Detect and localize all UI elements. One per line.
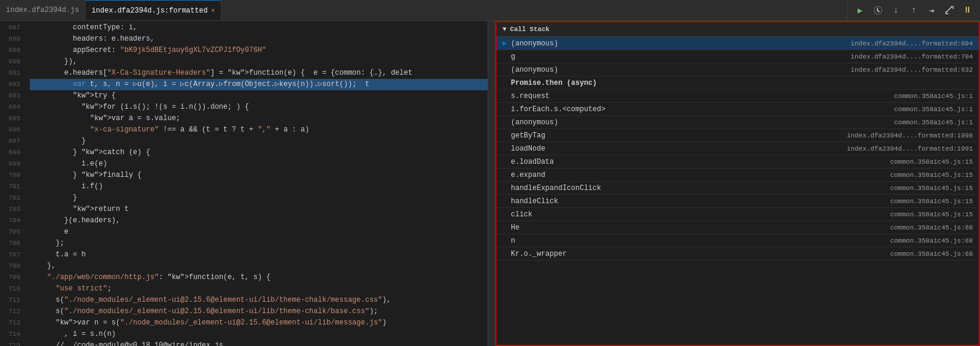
code-line: }),	[30, 56, 488, 68]
code-line: i.f()	[30, 181, 488, 192]
call-stack-item[interactable]: e.loadDatacommon.358a1c45.js:15	[497, 155, 979, 169]
main-content: 6876886896906916926936946956966976986997…	[0, 21, 980, 346]
call-stack-location: index.dfa2394d....formatted:1998	[630, 132, 973, 139]
call-stack-item[interactable]: handleExpandIconClickcommon.358a1c45.js:…	[497, 182, 979, 195]
call-stack-function-name: e.expand	[511, 171, 630, 179]
code-line: "kw">var n = s("./node_modules/_element-…	[30, 317, 488, 329]
code-line: }(e.headers),	[30, 215, 488, 226]
call-stack-location: index.dfa2394d....formatted:704	[630, 53, 973, 60]
code-line: } "kw">catch (e) {	[30, 147, 488, 158]
call-stack-item[interactable]: getByTagindex.dfa2394d....formatted:1998	[497, 129, 979, 142]
code-line: } "kw">finally {	[30, 170, 488, 181]
call-stack-function-name: n	[511, 237, 630, 245]
line-number: 712	[0, 306, 20, 317]
code-line: i.e(e)	[30, 158, 488, 170]
right-panel: ▼ Call Stack ▶(anonymous)index.dfa2394d.…	[495, 21, 980, 346]
line-number: 704	[0, 215, 20, 226]
call-stack-location: common.358a1c45.js:15	[630, 185, 973, 192]
line-number: 700	[0, 170, 20, 181]
call-stack-function-name: getByTag	[511, 131, 630, 140]
line-number: 689	[0, 45, 20, 56]
tab-close-icon[interactable]: ×	[211, 7, 215, 14]
line-number: 713	[0, 317, 20, 329]
step-out-button[interactable]: ↑	[907, 4, 920, 17]
line-number: 688	[0, 33, 20, 45]
code-line: "x-ca-signature" !== a && (t = t ? t + "…	[30, 124, 488, 136]
call-stack-item[interactable]: s.requestcommon.358a1c45.js:1	[497, 90, 979, 103]
call-stack-item[interactable]: Kr.o._wrappercommon.358a1c45.js:68	[497, 247, 979, 261]
call-stack-chevron-icon: ▼	[503, 26, 507, 33]
scroll-indicator[interactable]	[488, 21, 495, 346]
code-line: "use strict";	[30, 283, 488, 295]
code-line: "./app/web/common/http.js": "kw">functio…	[30, 272, 488, 283]
code-lines: contentType: i, headers: e.headers, appS…	[25, 21, 488, 346]
line-number: 697	[0, 136, 20, 147]
tab-original[interactable]: index.dfa2394d.js	[0, 0, 85, 20]
call-stack-function-name: handleClick	[511, 197, 630, 206]
code-line: s("./node_modules/_element-ui@2.15.6@ele…	[30, 295, 488, 306]
tab-formatted[interactable]: index.dfa2394d.js:formatted ×	[85, 0, 221, 20]
call-stack-location: common.358a1c45.js:15	[630, 211, 973, 218]
call-stack-arrow-icon: ▶	[503, 39, 511, 48]
deactivate-button[interactable]: ⇥	[925, 4, 938, 17]
line-number: 696	[0, 124, 20, 136]
call-stack-item[interactable]: (anonymous)common.358a1c45.js:1	[497, 116, 979, 129]
call-stack-location: common.358a1c45.js:15	[630, 198, 973, 205]
pause-button[interactable]: ⏸	[961, 4, 974, 17]
call-stack-item[interactable]: (anonymous)index.dfa2394d....formatted:6…	[497, 63, 979, 76]
debug-toolbar: ▶ ↓ ↑ ⇥ ⏸	[847, 0, 980, 20]
call-stack-panel: ▼ Call Stack ▶(anonymous)index.dfa2394d.…	[495, 21, 980, 346]
call-stack-function-name: loadNode	[511, 145, 630, 153]
code-line: "kw">for (i.s(); !(s = i.n()).done; ) {	[30, 102, 488, 113]
call-stack-function-name: click	[511, 210, 630, 219]
call-stack-function-name: (anonymous)	[511, 118, 630, 127]
step-into-button[interactable]: ↓	[889, 4, 902, 17]
line-number: 693	[0, 90, 20, 102]
call-stack-item[interactable]: loadNodeindex.dfa2394d....formatted:1991	[497, 142, 979, 155]
code-line: s("./node_modules/_element-ui@2.15.6@ele…	[30, 306, 488, 317]
call-stack-item[interactable]: e.expandcommon.358a1c45.js:15	[497, 169, 979, 182]
call-stack-item[interactable]: ncommon.358a1c45.js:68	[497, 234, 979, 247]
edit-breakpoints-button[interactable]	[943, 4, 956, 17]
resume-button[interactable]: ▶	[853, 4, 867, 17]
call-stack-location: common.358a1c45.js:15	[630, 172, 973, 179]
line-number: 715	[0, 340, 20, 346]
call-stack-function-name: i.forEach.s.<computed>	[511, 105, 630, 114]
code-line: t.a = h	[30, 249, 488, 261]
call-stack-item[interactable]: i.forEach.s.<computed>common.358a1c45.js…	[497, 103, 979, 116]
call-stack-location: common.358a1c45.js:68	[630, 224, 973, 231]
call-stack-title: Call Stack	[510, 26, 550, 33]
call-stack-location: common.358a1c45.js:68	[630, 250, 973, 258]
tab-formatted-label: index.dfa2394d.js:formatted	[91, 7, 207, 15]
line-number: 687	[0, 22, 20, 33]
call-stack-function-name: handleExpandIconClick	[511, 184, 630, 192]
code-line: var t, s, n = ▷u(e), i = ▷c(Array.▷from(…	[30, 79, 488, 90]
call-stack-header[interactable]: ▼ Call Stack	[497, 22, 979, 37]
call-stack-location: common.358a1c45.js:1	[630, 119, 973, 126]
call-stack-item[interactable]: handleClickcommon.358a1c45.js:15	[497, 195, 979, 208]
toolbar: index.dfa2394d.js index.dfa2394d.js:form…	[0, 0, 980, 21]
call-stack-function-name: g	[511, 53, 630, 61]
call-stack-item[interactable]: gindex.dfa2394d....formatted:704	[497, 50, 979, 63]
code-line: // /code-module@v0.18.10@wire/index.js	[30, 340, 488, 346]
line-number: 714	[0, 329, 20, 340]
call-stack-item[interactable]: Hecommon.358a1c45.js:68	[497, 221, 979, 234]
code-line: e	[30, 226, 488, 238]
code-line: headers: e.headers,	[30, 33, 488, 45]
call-stack-location: index.dfa2394d....formatted:632	[630, 66, 973, 74]
call-stack-item[interactable]: Promise.then (async)	[497, 76, 979, 90]
call-stack-item[interactable]: ▶(anonymous)index.dfa2394d....formatted:…	[497, 37, 979, 50]
step-over-button[interactable]	[871, 4, 885, 17]
code-line: "kw">var a = s.value;	[30, 113, 488, 124]
code-line: e.headers["X-Ca-Signature-Headers"] = "k…	[30, 68, 488, 79]
call-stack-item[interactable]: clickcommon.358a1c45.js:15	[497, 208, 979, 221]
line-number: 691	[0, 68, 20, 79]
call-stack-function-name: (anonymous)	[511, 39, 630, 48]
line-number: 709	[0, 272, 20, 283]
call-stack-rows[interactable]: ▶(anonymous)index.dfa2394d....formatted:…	[497, 37, 979, 345]
call-stack-function-name: (anonymous)	[511, 66, 630, 74]
code-line: }	[30, 136, 488, 147]
line-number: 703	[0, 204, 20, 215]
tab-bar: index.dfa2394d.js index.dfa2394d.js:form…	[0, 0, 847, 20]
call-stack-location: common.358a1c45.js:68	[630, 237, 973, 244]
